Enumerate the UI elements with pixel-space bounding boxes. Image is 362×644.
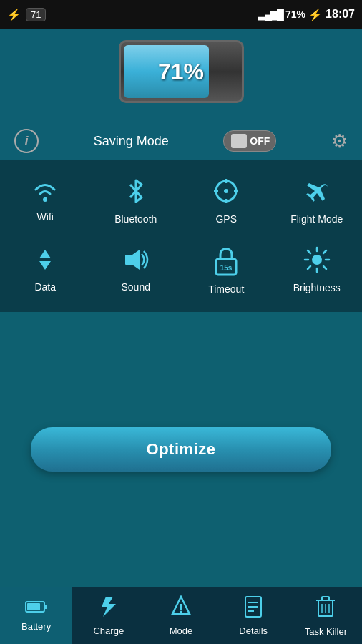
toggle-state: OFF — [250, 135, 270, 147]
flight-mode-icon — [303, 177, 331, 208]
svg-line-19 — [323, 266, 326, 269]
svg-point-27 — [180, 611, 182, 613]
saving-mode-label: Saving Mode — [94, 134, 169, 149]
control-sound[interactable]: Sound — [91, 235, 182, 305]
clock: 18:07 — [326, 8, 355, 21]
svg-marker-7 — [39, 250, 51, 258]
nav-battery-label: Battery — [21, 621, 51, 632]
wifi-label: Wifi — [37, 211, 54, 223]
nav-charge[interactable]: Charge — [72, 587, 145, 644]
nav-details-label: Details — [239, 625, 268, 636]
gps-icon — [212, 177, 240, 208]
usb-icon: ⚡ — [7, 8, 21, 21]
control-data[interactable]: Data — [0, 235, 91, 305]
brightness-label: Brightness — [293, 282, 341, 293]
svg-point-13 — [312, 255, 322, 265]
bluetooth-icon — [124, 177, 147, 208]
controls-grid: Wifi Bluetooth — [0, 160, 362, 312]
status-bar: ⚡ 71 ▂▄▆█ 71% ⚡ 18:07 — [0, 0, 362, 29]
task-killer-nav-icon — [315, 595, 336, 622]
svg-rect-24 — [44, 605, 47, 609]
control-gps[interactable]: GPS — [181, 167, 272, 235]
nav-task-killer[interactable]: Task Killer — [290, 587, 362, 644]
control-flight-mode[interactable]: Flight Mode — [272, 167, 363, 235]
control-timeout[interactable]: 15s Timeout — [181, 235, 272, 305]
svg-marker-8 — [39, 261, 51, 270]
control-bluetooth[interactable]: Bluetooth — [91, 167, 182, 235]
battery-visual: 71% — [113, 36, 249, 107]
nav-mode[interactable]: Mode — [145, 587, 217, 644]
charging-icon: ⚡ — [308, 8, 323, 21]
wifi-icon — [31, 180, 59, 205]
mode-nav-icon — [171, 595, 191, 621]
bottom-nav: Battery Charge Mode — [0, 587, 362, 644]
nav-mode-label: Mode — [170, 625, 193, 636]
app: ⚡ 71 ▂▄▆█ 71% ⚡ 18:07 71% i Saving Mode … — [0, 0, 362, 644]
battery-nav-icon — [25, 600, 48, 617]
sound-label: Sound — [122, 281, 150, 293]
nav-details[interactable]: Details — [217, 587, 290, 644]
svg-point-0 — [43, 197, 47, 202]
content-area: Optimize — [0, 312, 362, 587]
nav-battery[interactable]: Battery — [0, 587, 72, 644]
top-area: 71% i Saving Mode OFF ⚙ — [0, 29, 362, 160]
timeout-label: Timeout — [208, 283, 244, 295]
flight-mode-label: Flight Mode — [290, 213, 343, 225]
settings-icon[interactable]: ⚙ — [331, 130, 348, 152]
battery-percent-status: 71% — [285, 9, 305, 20]
optimize-button[interactable]: Optimize — [31, 427, 331, 472]
battery-terminal — [243, 59, 244, 84]
svg-point-2 — [224, 189, 228, 193]
bluetooth-label: Bluetooth — [114, 213, 157, 225]
svg-marker-10 — [132, 250, 140, 270]
sound-icon — [122, 247, 150, 275]
saving-mode-row: i Saving Mode OFF ⚙ — [0, 122, 362, 160]
status-left: ⚡ 71 — [7, 8, 46, 21]
status-right: ▂▄▆█ 71% ⚡ 18:07 — [258, 8, 355, 21]
svg-line-20 — [323, 250, 326, 253]
toggle-knob — [231, 134, 247, 148]
nav-charge-label: Charge — [93, 625, 124, 636]
control-brightness[interactable]: Brightness — [272, 235, 363, 305]
data-label: Data — [34, 281, 56, 293]
info-button[interactable]: i — [14, 129, 39, 153]
details-nav-icon — [243, 595, 263, 621]
notification-badge: 71 — [26, 8, 46, 21]
svg-line-21 — [308, 266, 310, 269]
control-wifi[interactable]: Wifi — [0, 167, 91, 235]
svg-rect-34 — [322, 597, 329, 600]
timeout-icon: 15s — [211, 245, 241, 278]
signal-bars: ▂▄▆█ — [258, 9, 283, 20]
battery-body: 71% — [119, 40, 244, 103]
gps-label: GPS — [215, 213, 237, 225]
brightness-icon — [303, 246, 331, 276]
svg-line-18 — [308, 250, 310, 253]
svg-text:15s: 15s — [220, 264, 233, 272]
battery-percent-display: 71% — [158, 59, 204, 85]
svg-rect-9 — [125, 255, 132, 265]
saving-mode-toggle[interactable]: OFF — [223, 130, 276, 152]
charge-nav-icon — [99, 595, 119, 621]
data-icon — [32, 247, 58, 275]
nav-task-killer-label: Task Killer — [305, 626, 347, 637]
svg-rect-23 — [27, 603, 40, 610]
